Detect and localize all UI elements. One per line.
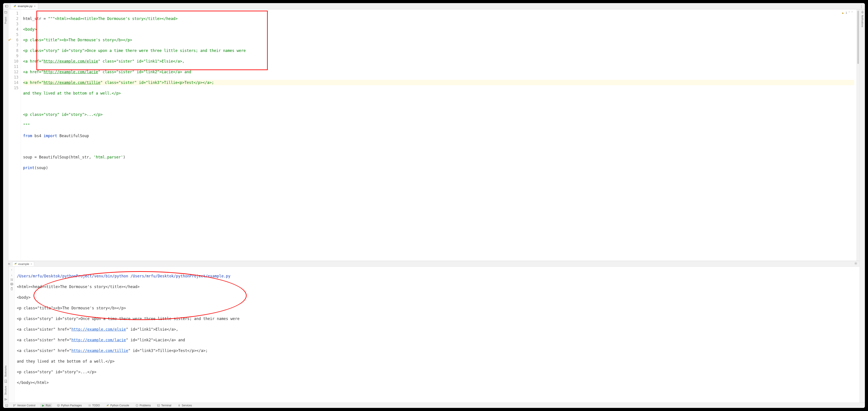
todo-button[interactable]: TODO	[87, 404, 101, 407]
main-area: 1 2 3 4 5 6 7 8 9 10 11 12 13 14	[3, 9, 865, 403]
tab-overflow-icon[interactable]: ⋮	[860, 4, 863, 9]
editor-tab-label: example.py	[18, 4, 32, 8]
package-icon	[57, 404, 60, 407]
structure-tool-icon[interactable]	[4, 398, 7, 401]
chevron-down-icon[interactable]: ˅	[851, 11, 853, 14]
console-output[interactable]: /Users/mrfu/Desktok/pythonProject/venv/b…	[14, 267, 865, 403]
project-tool-icon[interactable]	[4, 11, 7, 14]
editor-tab-bar: example.py × ⋮	[3, 3, 865, 9]
line-number: 3	[8, 21, 19, 27]
python-console-icon	[106, 404, 109, 407]
line-number: 5	[8, 32, 19, 37]
svg-point-17	[15, 404, 16, 405]
line-number: 14	[8, 80, 19, 85]
scroll-down-icon[interactable]: ↓	[11, 273, 12, 277]
warning-icon: ▲	[841, 11, 844, 14]
left-tool-strip: Project Bookmarks Structure	[3, 9, 8, 403]
run-tool-window: Run: example × — ▶ ■	[3, 261, 865, 403]
python-console-button[interactable]: Python Console	[105, 404, 130, 407]
todo-icon	[88, 404, 91, 407]
project-tool-label[interactable]: Project	[4, 17, 7, 24]
run-tool-header: Run: example × —	[3, 261, 865, 267]
line-number: 7	[8, 42, 19, 48]
editor-tab-example[interactable]: example.py ×	[11, 3, 38, 9]
terminal-button[interactable]: Terminal	[156, 404, 173, 407]
ide-window: example.py × ⋮ Project Bookmarks Structu…	[3, 3, 865, 408]
line-number: 11	[8, 64, 19, 69]
close-tab-icon[interactable]: ×	[34, 5, 35, 8]
line-number: 6	[8, 37, 19, 42]
svg-point-7	[862, 13, 863, 13]
svg-rect-1	[5, 5, 6, 7]
structure-tool-label[interactable]: Structure	[4, 386, 7, 395]
problems-icon	[135, 404, 138, 407]
run-button[interactable]: ▶Run	[40, 404, 52, 407]
print-icon[interactable]	[10, 283, 13, 285]
svg-rect-5	[4, 400, 5, 400]
run-config-tab[interactable]: example ×	[12, 262, 34, 266]
line-number: 2	[8, 16, 19, 21]
trash-icon[interactable]	[10, 287, 13, 290]
python-run-icon	[14, 262, 17, 265]
scroll-up-icon[interactable]: ↑	[11, 268, 12, 272]
branch-icon	[13, 404, 16, 407]
problems-button[interactable]: Problems	[134, 404, 152, 407]
warning-count: 1	[845, 11, 847, 14]
project-tool-window-button[interactable]	[4, 4, 9, 8]
gutter-marker-icon[interactable]	[8, 38, 11, 41]
svg-point-8	[855, 263, 856, 264]
console-command-path: /Users/mrfu/Desktok/pythonProject/venv/b…	[17, 274, 230, 278]
terminal-icon	[157, 404, 160, 407]
close-run-tab-icon[interactable]: ×	[31, 262, 32, 266]
python-packages-button[interactable]: Python Packages	[56, 404, 83, 407]
svg-rect-6	[6, 399, 7, 400]
notifications-tool-label[interactable]: Notifications	[861, 15, 864, 27]
code-editor[interactable]: 1 2 3 4 5 6 7 8 9 10 11 12 13 14	[8, 9, 860, 261]
svg-point-18	[13, 406, 14, 406]
editor-scrollbar[interactable]	[857, 9, 860, 261]
inspections-widget[interactable]: ▲ 1 ˄ ˅	[841, 11, 853, 14]
line-number: 9	[8, 53, 19, 59]
run-toolbar-secondary: ↑ ↓	[9, 267, 14, 403]
line-number: 12	[8, 69, 19, 74]
line-number-gutter: 1 2 3 4 5 6 7 8 9 10 11 12 13 14	[8, 9, 21, 261]
services-icon	[178, 404, 181, 407]
line-number: 13	[8, 74, 19, 80]
line-number: 1	[8, 11, 19, 16]
version-control-button[interactable]: Version Control	[11, 404, 37, 407]
code-content[interactable]: html_str = """<html><head><title>The Dor…	[21, 9, 857, 261]
python-file-icon	[13, 5, 17, 8]
play-icon: ▶	[41, 404, 44, 407]
svg-rect-4	[4, 399, 5, 399]
right-tool-strip: Notifications	[860, 9, 865, 403]
bookmarks-tool-icon[interactable]	[4, 380, 7, 383]
line-number: 8	[8, 48, 19, 53]
gear-icon[interactable]	[854, 262, 857, 265]
svg-rect-14	[5, 404, 8, 407]
scrollbar-thumb[interactable]	[857, 11, 859, 64]
run-config-label: example	[18, 262, 29, 266]
services-button[interactable]: Services	[176, 404, 193, 407]
bottom-tool-bar: Version Control ▶Run Python Packages TOD…	[3, 403, 865, 408]
line-number: 10	[8, 59, 19, 64]
chevron-up-icon[interactable]: ˄	[848, 11, 850, 14]
bookmarks-tool-label[interactable]: Bookmarks	[4, 366, 7, 377]
soft-wrap-icon[interactable]	[10, 278, 13, 281]
line-number: 15	[8, 85, 19, 91]
line-number: 4	[8, 27, 19, 32]
svg-point-16	[13, 404, 14, 405]
bottom-tool-handle-icon[interactable]	[5, 404, 8, 407]
notifications-tool-icon[interactable]	[861, 11, 864, 14]
